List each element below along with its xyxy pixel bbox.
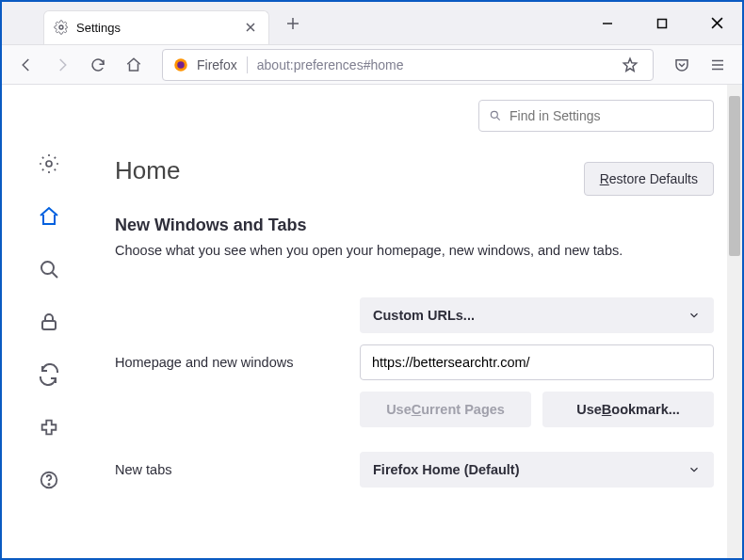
save-to-pocket-button[interactable] — [667, 50, 697, 80]
svg-point-0 — [59, 25, 63, 29]
section-description: Choose what you see when you open your h… — [115, 243, 714, 258]
sidebar-item-sync[interactable] — [36, 361, 62, 388]
find-in-settings-field[interactable] — [509, 108, 704, 123]
sidebar-item-privacy[interactable] — [36, 309, 62, 335]
home-form: Custom URLs... Homepage and new windows … — [115, 297, 714, 488]
window-titlebar: Settings — [2, 2, 742, 45]
chevron-down-icon — [687, 463, 701, 476]
identity-block[interactable]: Firefox — [172, 56, 248, 73]
tab-settings[interactable]: Settings — [43, 10, 269, 44]
svg-rect-6 — [42, 321, 56, 329]
window-maximize-button[interactable] — [646, 8, 678, 40]
chevron-down-icon — [687, 309, 701, 322]
app-menu-button[interactable] — [703, 50, 733, 80]
svg-rect-1 — [658, 19, 667, 27]
settings-main-panel: Home Restore Defaults New Windows and Ta… — [96, 85, 742, 558]
gear-icon — [54, 20, 69, 35]
url-bar[interactable]: Firefox about:preferences#home — [162, 49, 654, 81]
restore-defaults-rest: estore Defaults — [609, 171, 698, 186]
homepage-button-row: Use Current Pages Use Bookmark... — [360, 392, 714, 427]
window-controls — [591, 8, 742, 40]
svg-point-8 — [48, 484, 49, 485]
window-close-button[interactable] — [701, 8, 733, 40]
tab-label: Settings — [76, 21, 235, 35]
homepage-mode-value: Custom URLs... — [373, 308, 475, 323]
content-area: Home Restore Defaults New Windows and Ta… — [2, 85, 742, 558]
window-minimize-button[interactable] — [591, 8, 623, 40]
svg-point-4 — [46, 161, 52, 167]
settings-sidebar — [2, 85, 96, 558]
sidebar-item-search[interactable] — [36, 256, 62, 282]
restore-defaults-button[interactable]: Restore Defaults — [584, 162, 714, 196]
vertical-scrollbar[interactable] — [727, 85, 742, 558]
newtabs-mode-select[interactable]: Firefox Home (Default) — [360, 452, 714, 488]
home-button[interactable] — [119, 50, 149, 80]
svg-point-3 — [177, 61, 185, 69]
scrollbar-thumb[interactable] — [729, 96, 740, 256]
new-tab-button[interactable] — [279, 9, 307, 38]
homepage-url-input[interactable] — [360, 344, 714, 380]
bookmark-star-icon[interactable] — [617, 52, 643, 78]
navigation-toolbar: Firefox about:preferences#home — [2, 45, 742, 85]
sidebar-item-extensions[interactable] — [36, 414, 62, 440]
identity-label: Firefox — [197, 57, 237, 72]
homepage-mode-select[interactable]: Custom URLs... — [360, 297, 714, 333]
use-current-pages-button[interactable]: Use Current Pages — [360, 392, 531, 427]
sidebar-item-home[interactable] — [36, 203, 62, 230]
url-text: about:preferences#home — [257, 57, 607, 72]
newtabs-mode-value: Firefox Home (Default) — [373, 462, 520, 477]
forward-button[interactable] — [47, 50, 77, 80]
svg-point-5 — [41, 262, 54, 274]
sidebar-item-general[interactable] — [36, 151, 62, 177]
back-button[interactable] — [11, 50, 41, 80]
find-in-settings-input[interactable] — [478, 100, 714, 132]
close-tab-button[interactable] — [242, 19, 259, 36]
homepage-label: Homepage and new windows — [115, 344, 360, 380]
reload-button[interactable] — [83, 50, 113, 80]
firefox-logo-icon — [172, 56, 189, 73]
restore-defaults-accel: R — [600, 171, 609, 186]
use-bookmark-button[interactable]: Use Bookmark... — [542, 392, 714, 427]
section-title: New Windows and Tabs — [115, 216, 714, 235]
newtabs-label: New tabs — [115, 452, 360, 488]
svg-point-9 — [491, 111, 497, 118]
sidebar-item-help[interactable] — [36, 467, 62, 493]
